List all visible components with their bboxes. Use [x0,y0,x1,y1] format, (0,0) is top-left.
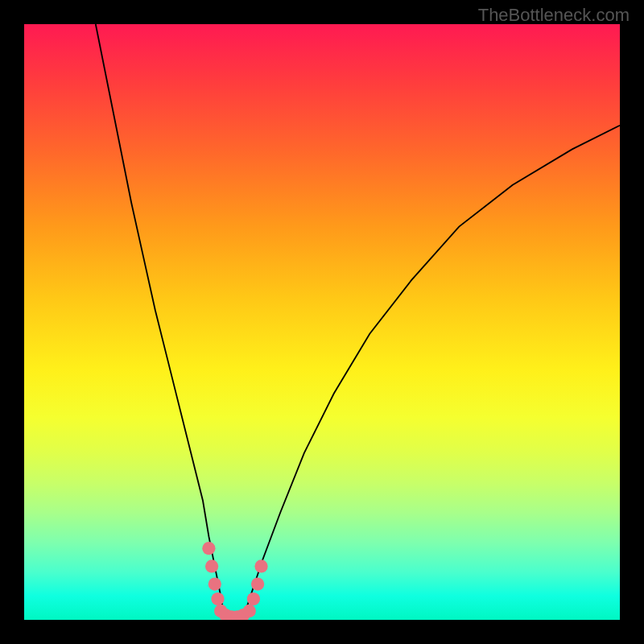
chart-svg [24,24,620,620]
marker-dot [247,592,260,605]
marker-group [202,542,267,620]
marker-dot [243,605,256,617]
marker-dot [208,577,221,590]
chart-frame: TheBottleneck.com [0,0,644,644]
marker-dot [205,559,218,572]
curve-right-arm [245,126,620,614]
marker-dot [251,577,264,590]
marker-dot [202,542,215,555]
curve-left-arm [96,24,224,614]
marker-dot [211,592,224,605]
watermark-text: TheBottleneck.com [478,5,630,26]
marker-dot [254,559,267,572]
